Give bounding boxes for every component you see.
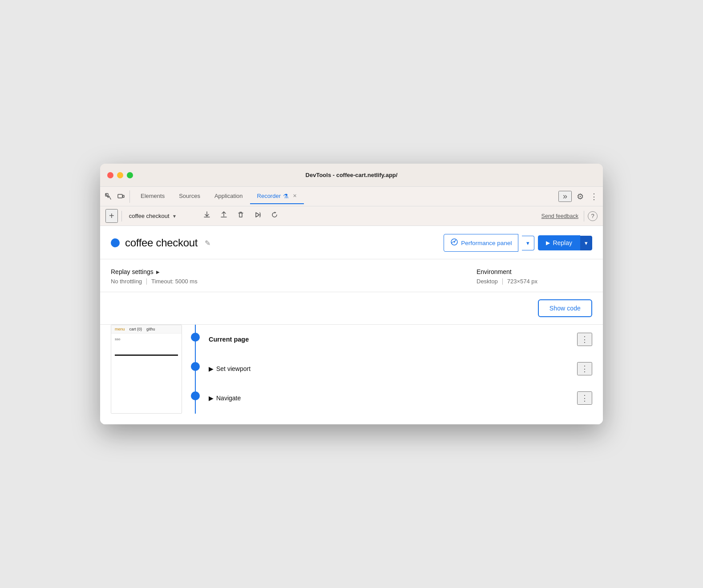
header-actions: Performance panel ▾ ▶ Replay ▾ bbox=[444, 234, 592, 252]
step-expand-icon-2: ▶ bbox=[209, 365, 214, 372]
thumb-nav-cart: cart (0) bbox=[129, 327, 142, 331]
recording-selector[interactable]: coffee checkout ▾ bbox=[125, 211, 197, 221]
show-code-section: Show code bbox=[100, 292, 603, 325]
minimize-button[interactable] bbox=[117, 172, 123, 178]
throttle-label: No throttling bbox=[111, 278, 142, 285]
performance-panel-button[interactable]: Performance panel bbox=[444, 234, 518, 252]
recording-status-dot bbox=[111, 238, 120, 247]
more-tabs-button[interactable]: » bbox=[558, 191, 572, 202]
replay-main-button[interactable]: ▶ Replay bbox=[538, 235, 580, 250]
more-options-button[interactable]: ⋮ bbox=[589, 190, 599, 203]
env-title: Environment bbox=[477, 268, 592, 275]
add-recording-button[interactable]: + bbox=[105, 209, 118, 223]
step-menu-navigate[interactable]: ⋮ bbox=[577, 391, 592, 405]
thumb-nav-menu: menu bbox=[115, 327, 125, 331]
step-menu-set-viewport[interactable]: ⋮ bbox=[577, 362, 592, 375]
recorder-beaker-icon: ⚗ bbox=[283, 193, 289, 200]
titlebar: DevTools - coffee-cart.netlify.app/ bbox=[100, 164, 603, 187]
device-icon[interactable] bbox=[116, 192, 126, 201]
step-dot-wrap-2 bbox=[191, 362, 200, 371]
performance-panel-icon bbox=[450, 238, 458, 248]
main-panel: coffee checkout ✎ Performance panel ▾ bbox=[100, 226, 603, 424]
tab-application[interactable]: Application bbox=[207, 189, 250, 204]
step-dot-3 bbox=[191, 391, 200, 400]
refresh-button[interactable] bbox=[268, 209, 281, 223]
titlebar-title: DevTools - coffee-cart.netlify.app/ bbox=[306, 172, 398, 178]
step-label-navigate[interactable]: ▶ Navigate bbox=[209, 395, 241, 402]
steps-section: menu cart (0) githu sso bbox=[100, 325, 603, 424]
step-content-1: Current page ⋮ bbox=[209, 333, 592, 346]
thumb-nav: menu cart (0) githu bbox=[111, 325, 182, 334]
step-content-3: ▶ Navigate ⋮ bbox=[209, 391, 592, 405]
thumb-bar bbox=[115, 354, 178, 356]
step-current-page: Current page ⋮ bbox=[191, 325, 592, 354]
step-text-3: Navigate bbox=[216, 395, 241, 402]
step-set-viewport: ▶ Set viewport ⋮ bbox=[191, 354, 592, 383]
nav-icon-group bbox=[104, 190, 130, 203]
thumb-nav-github: githu bbox=[146, 327, 155, 331]
env-separator bbox=[502, 278, 503, 285]
steps-list: Current page ⋮ ▶ Set viewport bbox=[191, 325, 592, 414]
thumb-text: sso bbox=[115, 337, 178, 341]
step-navigate: ▶ Navigate ⋮ bbox=[191, 383, 592, 413]
tab-elements[interactable]: Elements bbox=[133, 189, 172, 204]
show-code-button[interactable]: Show code bbox=[538, 299, 592, 317]
export-button[interactable] bbox=[200, 209, 214, 223]
steps-layout: menu cart (0) githu sso bbox=[111, 325, 592, 414]
recorder-tab-label: Recorder bbox=[257, 193, 281, 199]
performance-panel-dropdown[interactable]: ▾ bbox=[522, 236, 534, 250]
recording-name: coffee checkout bbox=[129, 213, 170, 219]
close-button[interactable] bbox=[107, 172, 113, 178]
replay-dropdown-button[interactable]: ▾ bbox=[580, 236, 592, 250]
tab-recorder[interactable]: Recorder ⚗ ✕ bbox=[250, 189, 304, 204]
replay-play-icon: ▶ bbox=[546, 240, 550, 246]
play-button[interactable] bbox=[251, 209, 264, 223]
recording-chevron-icon: ▾ bbox=[173, 213, 176, 219]
performance-panel-label: Performance panel bbox=[461, 240, 512, 246]
traffic-lights bbox=[107, 172, 133, 178]
settings-title-text: Replay settings bbox=[111, 268, 154, 275]
toolbar-divider-2 bbox=[584, 211, 584, 222]
settings-section: Replay settings ▶ No throttling Timeout:… bbox=[100, 259, 603, 292]
delete-button[interactable] bbox=[234, 209, 247, 223]
import-button[interactable] bbox=[217, 209, 230, 223]
edit-title-icon[interactable]: ✎ bbox=[203, 237, 212, 249]
settings-separator bbox=[146, 278, 147, 285]
step-text-2: Set viewport bbox=[216, 365, 250, 372]
replay-label: Replay bbox=[553, 239, 572, 246]
step-dot-wrap-1 bbox=[191, 333, 200, 342]
timeout-label: Timeout: 5000 ms bbox=[151, 278, 198, 285]
settings-title[interactable]: Replay settings ▶ bbox=[111, 268, 477, 275]
send-feedback-button[interactable]: Send feedback bbox=[540, 213, 580, 219]
step-menu-current-page[interactable]: ⋮ bbox=[577, 333, 592, 346]
settings-details: No throttling Timeout: 5000 ms bbox=[111, 278, 477, 285]
recording-header: coffee checkout ✎ Performance panel ▾ bbox=[100, 226, 603, 259]
svg-rect-1 bbox=[118, 194, 122, 198]
nav-bar: Elements Sources Application Recorder ⚗ … bbox=[100, 187, 603, 206]
recorder-close-icon[interactable]: ✕ bbox=[293, 193, 297, 199]
env-details: Desktop 723×574 px bbox=[477, 278, 592, 285]
settings-gear-button[interactable]: ⚙ bbox=[575, 190, 585, 203]
env-resolution: 723×574 px bbox=[507, 278, 537, 285]
recording-title: coffee checkout bbox=[125, 237, 198, 249]
help-button[interactable]: ? bbox=[588, 211, 598, 221]
devtools-window: DevTools - coffee-cart.netlify.app/ Elem… bbox=[100, 164, 603, 424]
step-label-current-page: Current page bbox=[209, 336, 249, 343]
step-dot-wrap-3 bbox=[191, 391, 200, 400]
svg-rect-2 bbox=[123, 195, 124, 197]
toolbar-divider-1 bbox=[121, 211, 122, 222]
step-label-set-viewport[interactable]: ▶ Set viewport bbox=[209, 365, 250, 372]
replay-button-group: ▶ Replay ▾ bbox=[538, 235, 592, 250]
inspect-icon[interactable] bbox=[104, 192, 113, 201]
tab-sources[interactable]: Sources bbox=[172, 189, 207, 204]
settings-left: Replay settings ▶ No throttling Timeout:… bbox=[111, 268, 477, 285]
step-dot-1 bbox=[191, 333, 200, 342]
nav-right: » ⚙ ⋮ bbox=[558, 190, 599, 203]
step-expand-icon-3: ▶ bbox=[209, 395, 214, 402]
step-content-2: ▶ Set viewport ⋮ bbox=[209, 362, 592, 375]
thumb-content: sso bbox=[111, 334, 182, 359]
env-type: Desktop bbox=[477, 278, 498, 285]
maximize-button[interactable] bbox=[127, 172, 133, 178]
recording-thumbnail: menu cart (0) githu sso bbox=[111, 325, 182, 414]
toolbar: + coffee checkout ▾ bbox=[100, 206, 603, 226]
